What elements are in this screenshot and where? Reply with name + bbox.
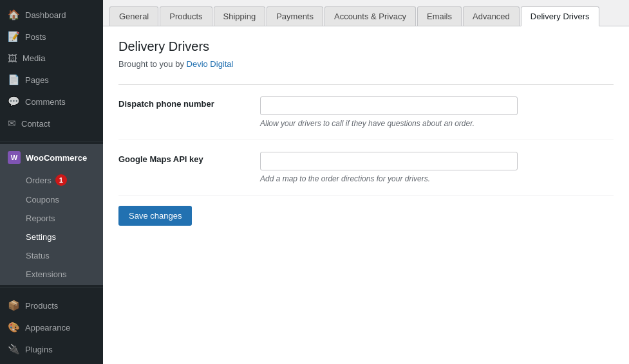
tab-accounts[interactable]: Accounts & Privacy [324,6,416,26]
sidebar-item-comments[interactable]: 💬 Comments [0,91,103,113]
google-maps-api-field: Add a map to the order directions for yo… [260,152,614,183]
dashboard-icon: 🏠 [8,9,20,21]
sidebar-item-label: Plugins [25,345,53,354]
tab-products[interactable]: Products [160,6,212,26]
woocommerce-section: W WooCommerce Orders 1 Coupons Reports S… [0,144,103,285]
sidebar-item-contact[interactable]: ✉ Contact [0,113,103,134]
settings-table: Dispatch phone number Allow your drivers… [118,84,614,196]
sidebar-item-label: Comments [25,97,66,107]
dispatch-phone-field: Allow your drivers to call if they have … [260,96,614,128]
main-content: GeneralProductsShippingPaymentsAccounts … [103,0,629,364]
appearance-icon: 🎨 [8,322,20,333]
tab-delivery-drivers[interactable]: Delivery Drivers [521,6,599,26]
sidebar-item-plugins[interactable]: 🔌 Plugins [0,338,103,360]
sidebar-item-pages[interactable]: 📄 Pages [0,69,103,91]
page-title: Delivery Drivers [118,39,614,54]
media-icon: 🖼 [8,53,17,64]
dispatch-phone-row: Dispatch phone number Allow your drivers… [118,85,614,140]
orders-badge: 1 [55,174,67,186]
google-maps-api-input[interactable] [260,152,518,170]
sidebar-item-dashboard[interactable]: 🏠 Dashboard [0,4,103,26]
extensions-label: Extensions [26,269,67,279]
sidebar-item-extensions[interactable]: Extensions [0,265,103,284]
tab-shipping[interactable]: Shipping [214,6,266,26]
sidebar-item-media[interactable]: 🖼 Media [0,48,103,69]
google-maps-api-label: Google Maps API key [118,152,260,164]
dispatch-phone-description: Allow your drivers to call if they have … [260,119,614,128]
pages-icon: 📄 [8,74,20,86]
sidebar-item-orders[interactable]: Orders 1 [0,170,103,190]
sidebar-item-label: Appearance [25,323,70,332]
sidebar-bottom-nav: 📦 Products 🎨 Appearance 🔌 Plugins [0,291,103,364]
sidebar-top-nav: 🏠 Dashboard 📝 Posts 🖼 Media 📄 Pages 💬 Co… [0,0,103,138]
sidebar-item-label: Media [23,53,45,63]
sidebar-item-appearance[interactable]: 🎨 Appearance [0,316,103,338]
devio-digital-link[interactable]: Devio Digital [187,59,234,69]
sidebar-divider [0,141,103,141]
sidebar-item-products[interactable]: 📦 Products [0,295,103,316]
sidebar-divider-2 [0,287,103,288]
sidebar-item-settings[interactable]: Settings [0,228,103,246]
sidebar-item-status[interactable]: Status [0,246,103,265]
tabs-bar: GeneralProductsShippingPaymentsAccounts … [103,0,629,26]
settings-label: Settings [26,232,56,242]
sidebar-item-label: Pages [25,75,49,85]
sidebar-item-coupons[interactable]: Coupons [0,190,103,209]
coupons-label: Coupons [26,195,59,205]
woocommerce-icon: W [8,151,21,164]
sidebar-item-posts[interactable]: 📝 Posts [0,26,103,48]
sidebar: 🏠 Dashboard 📝 Posts 🖼 Media 📄 Pages 💬 Co… [0,0,103,364]
tab-emails[interactable]: Emails [417,6,462,26]
sidebar-item-label: Dashboard [25,10,66,20]
posts-icon: 📝 [8,31,20,42]
reports-label: Reports [26,214,55,223]
google-maps-api-row: Google Maps API key Add a map to the ord… [118,140,614,196]
tab-payments[interactable]: Payments [267,6,323,26]
tab-advanced[interactable]: Advanced [463,6,520,26]
woocommerce-label: WooCommerce [26,153,87,163]
sidebar-item-reports[interactable]: Reports [0,209,103,228]
dispatch-phone-input[interactable] [260,96,518,115]
contact-icon: ✉ [8,118,16,129]
products-icon: 📦 [8,300,20,311]
tab-general[interactable]: General [109,6,158,26]
brought-by: Brought to you by Devio Digital [118,59,614,69]
woocommerce-menu-header[interactable]: W WooCommerce [0,145,103,170]
status-label: Status [26,251,50,260]
sidebar-item-label: Contact [21,119,50,129]
brought-by-text: Brought to you by [118,59,187,69]
sidebar-item-label: Posts [25,32,46,42]
page-body: Delivery Drivers Brought to you by Devio… [103,26,629,364]
dispatch-phone-label: Dispatch phone number [118,96,260,109]
sidebar-item-label: Products [25,301,58,311]
google-maps-api-description: Add a map to the order directions for yo… [260,174,614,183]
save-changes-button[interactable]: Save changes [118,206,192,226]
orders-label: Orders [26,176,52,185]
comments-icon: 💬 [8,96,20,107]
plugins-icon: 🔌 [8,343,20,355]
